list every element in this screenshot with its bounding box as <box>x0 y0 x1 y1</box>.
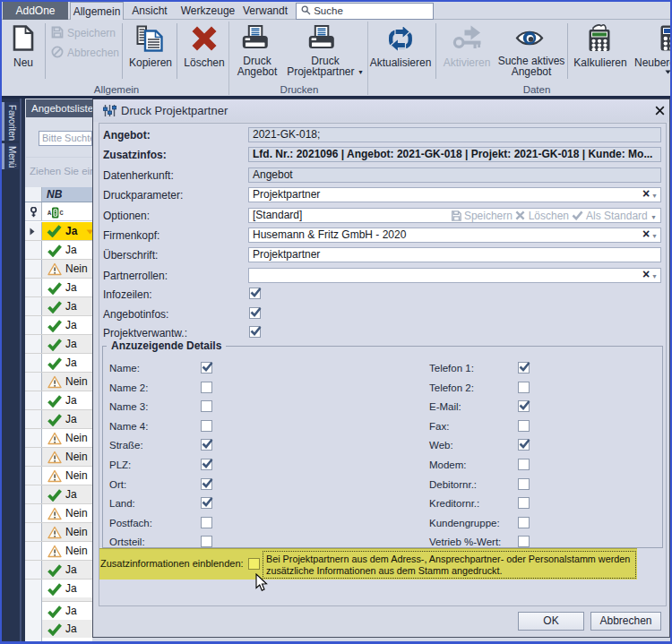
svg-text:C: C <box>60 210 64 217</box>
svg-text:A: A <box>47 210 52 217</box>
